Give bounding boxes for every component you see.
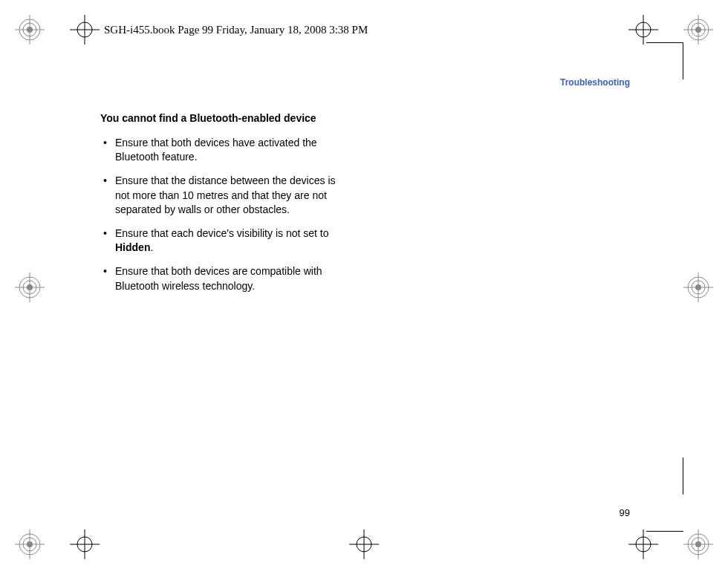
list-item-bold: Hidden: [115, 241, 150, 253]
subheading: You cannot find a Bluetooth-enabled devi…: [100, 111, 345, 125]
registration-mark-icon: [627, 528, 660, 561]
trim-line-icon: [683, 457, 683, 495]
crop-mark-icon: [683, 273, 713, 302]
page-number: 99: [620, 507, 630, 518]
crop-mark-icon: [683, 15, 713, 45]
crop-mark-icon: [15, 15, 45, 45]
registration-mark-icon: [627, 13, 660, 46]
list-item: Ensure that both devices are compatible …: [100, 264, 345, 293]
content-area: You cannot find a Bluetooth-enabled devi…: [100, 111, 345, 302]
list-item-text: Ensure that each device's visibility is …: [115, 227, 328, 239]
document-header: SGH-i455.book Page 99 Friday, January 18…: [104, 24, 368, 36]
trim-line-icon: [646, 42, 683, 43]
registration-mark-icon: [68, 528, 101, 561]
bullet-list: Ensure that both devices have activated …: [100, 136, 345, 293]
list-item-text: .: [150, 241, 153, 253]
crop-mark-icon: [15, 273, 45, 302]
trim-line-icon: [646, 531, 683, 532]
registration-mark-icon: [68, 13, 101, 46]
section-header: Troubleshooting: [560, 77, 630, 88]
trim-line-icon: [683, 42, 683, 79]
registration-mark-icon: [348, 528, 380, 561]
list-item: Ensure that both devices have activated …: [100, 136, 345, 165]
crop-mark-icon: [15, 529, 45, 559]
crop-mark-icon: [683, 529, 713, 559]
list-item: Ensure that the distance between the dev…: [100, 174, 345, 218]
list-item: Ensure that each device's visibility is …: [100, 226, 345, 255]
